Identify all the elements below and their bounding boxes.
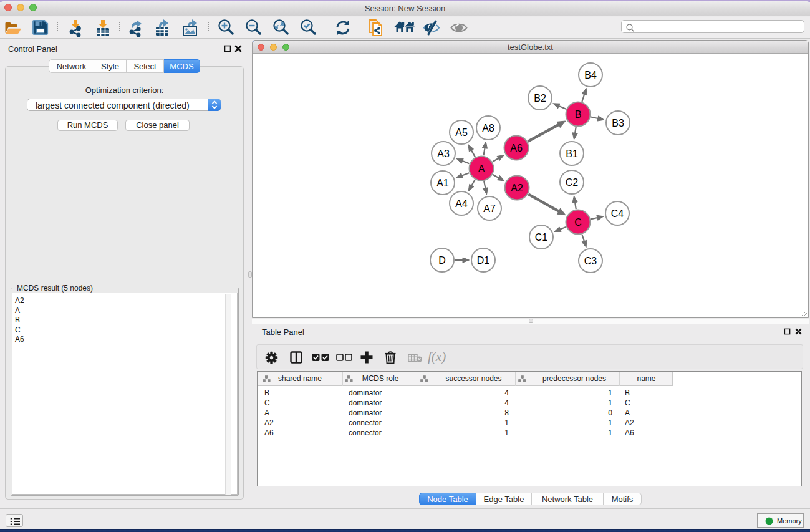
svg-text:A: A (478, 163, 485, 174)
svg-text:B2: B2 (534, 93, 546, 104)
svg-text:B: B (575, 109, 582, 120)
svg-text:A7: A7 (483, 203, 496, 214)
svg-text:B4: B4 (584, 70, 597, 80)
svg-text:A8: A8 (482, 123, 494, 133)
svg-text:B3: B3 (612, 118, 624, 128)
svg-text:C1: C1 (535, 232, 548, 243)
svg-text:C3: C3 (584, 256, 597, 266)
svg-text:C2: C2 (566, 177, 579, 188)
svg-text:A5: A5 (455, 127, 468, 138)
svg-text:B1: B1 (566, 148, 578, 159)
svg-text:D: D (438, 255, 446, 266)
svg-text:C4: C4 (611, 208, 624, 219)
svg-text:C: C (574, 217, 582, 228)
svg-text:A6: A6 (510, 143, 523, 153)
svg-text:A1: A1 (436, 178, 449, 188)
svg-text:A2: A2 (511, 183, 523, 193)
svg-text:A4: A4 (455, 198, 468, 209)
svg-text:D1: D1 (477, 255, 490, 266)
svg-text:A3: A3 (437, 148, 450, 159)
